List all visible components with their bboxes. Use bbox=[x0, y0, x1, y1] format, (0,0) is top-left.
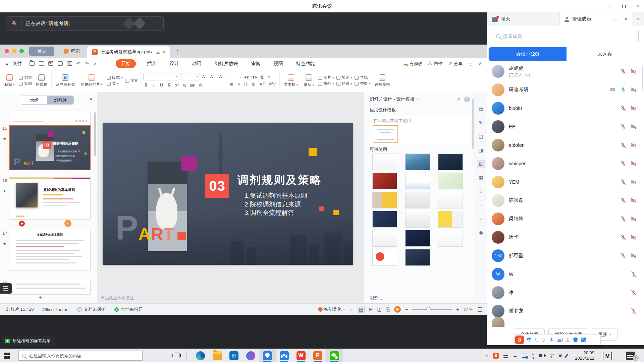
indent-increase-button[interactable]: ⋙ bbox=[251, 75, 258, 80]
print-preview-icon[interactable] bbox=[67, 61, 72, 66]
collaborate-button[interactable]: 协作 bbox=[428, 61, 442, 67]
slide-14-thumbnail[interactable] bbox=[9, 111, 91, 125]
template-tile[interactable] bbox=[372, 192, 397, 208]
undo-icon[interactable]: ↶ bbox=[76, 61, 80, 66]
member-row[interactable]: EE bbox=[487, 117, 642, 136]
task-view-icon[interactable] bbox=[174, 353, 179, 358]
ribbon-tab[interactable]: 幻灯片放映 bbox=[212, 60, 240, 68]
used-template-thumbnail[interactable] bbox=[373, 125, 398, 143]
panel-close-icon[interactable]: × bbox=[90, 96, 92, 102]
member-row[interactable]: YEM bbox=[487, 173, 642, 191]
normal-view-icon[interactable]: ▤ bbox=[358, 306, 365, 313]
camera-icon[interactable] bbox=[631, 142, 637, 148]
protect-status[interactable]: 文档未保护 bbox=[77, 306, 106, 312]
object-pane-icon[interactable]: ▦ bbox=[477, 174, 485, 182]
camera-icon[interactable] bbox=[631, 197, 637, 203]
maximize-button[interactable] bbox=[621, 4, 627, 9]
paragraph-mark-button[interactable]: ¶ bbox=[266, 75, 272, 80]
more-menu-icon[interactable]: ⋮ bbox=[468, 61, 473, 67]
template-tile[interactable] bbox=[372, 154, 397, 170]
ribbon-tab[interactable]: 设计 bbox=[167, 60, 181, 68]
template-tile[interactable] bbox=[405, 211, 430, 228]
share-button[interactable]: ↗分享 bbox=[448, 61, 463, 67]
camera-icon[interactable] bbox=[631, 253, 637, 259]
mic-icon[interactable] bbox=[620, 105, 626, 111]
panel-close-icon[interactable]: × bbox=[464, 97, 470, 102]
ribbon-tab[interactable]: 插入 bbox=[145, 60, 158, 68]
close-button[interactable]: × bbox=[635, 4, 641, 9]
camera-icon[interactable] bbox=[631, 179, 637, 185]
zoom-slider[interactable] bbox=[412, 309, 452, 310]
camera-icon[interactable] bbox=[631, 87, 637, 93]
member-search-box[interactable] bbox=[493, 30, 639, 42]
sidebar-close-icon[interactable]: × bbox=[625, 16, 627, 22]
align-center-button[interactable]: ≡ bbox=[236, 81, 241, 86]
template-tile[interactable] bbox=[405, 154, 430, 170]
fullscreen-icon[interactable] bbox=[478, 307, 482, 312]
new-tab-button[interactable]: + bbox=[175, 48, 179, 55]
volume-icon[interactable] bbox=[559, 354, 561, 357]
member-row[interactable]: whisper bbox=[487, 154, 642, 173]
sidebar-more-icon[interactable]: ⋯ bbox=[612, 16, 617, 22]
template-tile[interactable] bbox=[405, 230, 430, 247]
split-view-icon[interactable]: ◨ bbox=[477, 146, 485, 154]
new-slide-plus-button[interactable]: + bbox=[36, 294, 45, 301]
display-tray-icon[interactable] bbox=[522, 354, 527, 358]
zoom-slider-knob[interactable] bbox=[426, 307, 431, 311]
template-tile[interactable] bbox=[405, 249, 430, 266]
toolbox-icon[interactable] bbox=[581, 338, 586, 342]
superscript-button[interactable]: x² bbox=[174, 82, 180, 88]
editing-canvas[interactable]: 03 调剂规则及策略 1.复试调剂的基本原则 2.院校调剂信息来源 3.调剂全流… bbox=[97, 92, 364, 303]
member-row[interactable]: 陈兴磊 bbox=[487, 191, 642, 209]
template-tile[interactable] bbox=[372, 249, 397, 266]
mic-icon[interactable] bbox=[631, 271, 637, 277]
tab-docer[interactable]: 稻壳 bbox=[59, 48, 85, 54]
find-button[interactable]: 查找 bbox=[355, 75, 371, 80]
slide-18-thumbnail[interactable] bbox=[9, 280, 91, 295]
mic-icon[interactable] bbox=[631, 308, 637, 314]
magenta-square[interactable] bbox=[181, 156, 197, 171]
collapse-ribbon-icon[interactable]: ∧ bbox=[478, 61, 482, 67]
cloud-tray-icon[interactable]: ☁ bbox=[513, 353, 517, 358]
export-pdf-icon[interactable] bbox=[48, 61, 53, 66]
popout-icon[interactable]: ↗ bbox=[457, 97, 460, 102]
tab-in-meeting[interactable]: 会议中(20) bbox=[489, 47, 567, 61]
account-icon[interactable] bbox=[566, 338, 570, 342]
layout-button[interactable]: 版式 ▾ bbox=[107, 75, 123, 80]
font-size-select[interactable] bbox=[181, 73, 200, 80]
increase-font-button[interactable]: A⁺ bbox=[202, 73, 208, 80]
text-direction-button[interactable]: ⇆▾ bbox=[258, 81, 266, 86]
member-list-scrollbar[interactable] bbox=[642, 66, 643, 89]
slide-15-thumbnail-selected[interactable]: 03 调剂规则及策略 1.复试调剂的基本原则 2.院校调剂信息来源 3.调剂全流… bbox=[9, 125, 91, 170]
mic-tray-icon[interactable] bbox=[532, 354, 534, 358]
chinese-mode-indicator[interactable]: 中 bbox=[527, 337, 532, 343]
ribbon-tab[interactable]: 开始 bbox=[116, 59, 136, 68]
skin-icon[interactable] bbox=[573, 338, 578, 342]
input-method-icon[interactable]: M bbox=[603, 352, 612, 360]
member-row[interactable]: 谢梦龙 bbox=[487, 302, 642, 317]
camera-icon[interactable] bbox=[631, 124, 637, 130]
template-tile[interactable] bbox=[372, 211, 397, 228]
insert-slide-icon[interactable]: + bbox=[64, 220, 71, 227]
member-row[interactable]: 胡施施 (主持人, 我) bbox=[487, 62, 642, 80]
template-tile[interactable] bbox=[405, 173, 430, 189]
mic-icon[interactable] bbox=[620, 124, 626, 130]
minimize-button[interactable] bbox=[607, 4, 612, 9]
font-color-button[interactable]: A▾ bbox=[198, 82, 204, 88]
member-row[interactable]: 唐华 bbox=[487, 228, 642, 246]
slide-title[interactable]: 调剂规则及策略 bbox=[237, 173, 322, 188]
tab-chat[interactable]: 聊天 bbox=[487, 12, 560, 26]
settings-tray-icon[interactable] bbox=[503, 354, 508, 358]
mic-icon[interactable] bbox=[620, 161, 626, 167]
history-icon[interactable]: ◔ bbox=[477, 201, 485, 209]
keyboard-icon[interactable] bbox=[557, 338, 562, 342]
tab-slides[interactable]: 幻灯片 bbox=[47, 96, 73, 104]
ribbon-tab[interactable]: 视图 bbox=[271, 60, 285, 68]
mic-icon[interactable] bbox=[620, 234, 626, 240]
taskbar-search-input[interactable] bbox=[29, 353, 139, 358]
camera-icon[interactable] bbox=[631, 234, 637, 240]
bold-button[interactable]: B bbox=[143, 82, 149, 88]
slide-16-thumbnail[interactable]: 复试调剂的基本原则 bbox=[9, 177, 91, 220]
file-menu[interactable]: 文件 bbox=[13, 61, 22, 67]
textbox-button[interactable]: 文本框 ▾ bbox=[282, 74, 300, 88]
